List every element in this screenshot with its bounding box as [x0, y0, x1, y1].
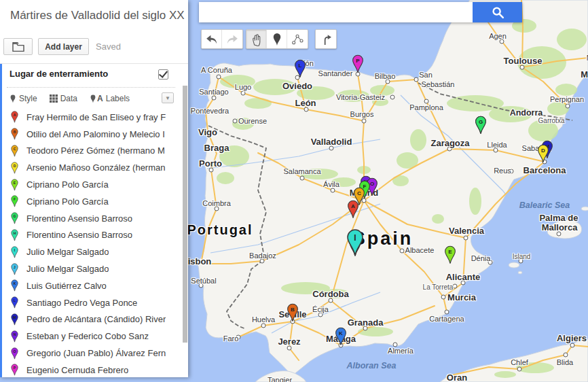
- svg-text:P: P: [14, 366, 16, 370]
- tab-style[interactable]: Style: [10, 94, 37, 103]
- my-maps-app: A CoruñaSantiagoLugoPontevedraOurenseVig…: [0, 0, 588, 382]
- placemark-name: Santiago Pedro Vega Ponce: [26, 298, 137, 308]
- sidebar-scrollbar[interactable]: [183, 86, 187, 343]
- tab-style-label: Style: [19, 94, 37, 103]
- svg-text:J: J: [14, 264, 16, 268]
- marker-icon: [271, 33, 283, 46]
- placemark-item-B[interactable]: BOtilio del Amo Palomino y Melecio I: [0, 126, 179, 143]
- placemark-name: Eugenio Cernuda Febrero: [26, 365, 128, 375]
- svg-text:A: A: [14, 113, 16, 117]
- draw-tools-group: [246, 29, 308, 49]
- placemark-name: Florentino Asensio Barroso: [26, 213, 132, 224]
- polyline-icon: [291, 33, 304, 46]
- map-search-bar: [199, 2, 522, 22]
- directions-group: [315, 29, 337, 49]
- layer-tabs: Style Data A Labels: [10, 92, 142, 105]
- directions-tool[interactable]: [316, 30, 336, 48]
- placemark-name: Florentino Asensio Barroso: [26, 230, 132, 240]
- placemark-item-M[interactable]: MPedro de Alcántara (Cándido) River: [0, 311, 179, 328]
- placemark-name: Luis Gutiérrez Calvo: [26, 281, 107, 291]
- placemark-item-L[interactable]: LSantiago Pedro Vega Ponce: [0, 294, 179, 311]
- layer-options-dropdown[interactable]: ▼: [162, 92, 174, 103]
- svg-text:B: B: [14, 130, 16, 134]
- tab-data-label: Data: [60, 94, 77, 103]
- data-grid-icon: [50, 94, 58, 103]
- placemark-item-G[interactable]: GFlorentino Asensio Barroso: [0, 210, 179, 227]
- open-folder-button[interactable]: [3, 38, 33, 55]
- placemark-pin-icon: A: [10, 111, 19, 123]
- placemark-list: AFray Hermilo de San Eliseo y fray FBOti…: [0, 109, 179, 377]
- placemark-item-E[interactable]: ECipriano Polo García: [0, 176, 179, 193]
- svg-text:E: E: [14, 180, 16, 184]
- placemark-name: Arsenio Mañoso González (herman: [26, 162, 166, 173]
- placemark-name: Esteban y Federico Cobo Sanz: [26, 331, 149, 341]
- placemark-name: Otilio del Amo Palomino y Melecio I: [26, 129, 165, 139]
- saved-status: Saved: [96, 41, 121, 52]
- sidebar-panel: Mártires de Valladolid del siglo XX Add …: [0, 0, 188, 377]
- placemark-pin-icon: B: [10, 128, 19, 140]
- add-marker-tool[interactable]: [267, 30, 287, 48]
- placemark-pin-icon: N: [10, 330, 19, 343]
- svg-text:M: M: [13, 315, 16, 319]
- svg-text:H: H: [14, 230, 16, 235]
- placemark-item-C[interactable]: CTeodoro Pérez Gómez (hermano M: [0, 143, 179, 160]
- map-search-input[interactable]: [199, 2, 473, 22]
- undo-redo-group: [201, 29, 243, 49]
- placemark-pin-icon: H: [10, 229, 19, 241]
- placemark-pin-icon: P: [10, 364, 19, 376]
- placemark-item-O[interactable]: OGregorio (Juan Pablo) Álvarez Fern: [0, 345, 179, 362]
- layer-name: Lugar de enterramiento: [10, 69, 108, 79]
- placemark-pin-icon: L: [10, 296, 19, 309]
- svg-text:L: L: [14, 298, 16, 302]
- redo-button[interactable]: [222, 30, 242, 48]
- placemark-item-H[interactable]: HFlorentino Asensio Barroso: [0, 227, 179, 244]
- placemark-pin-icon: K: [10, 279, 19, 292]
- placemark-pin-icon: M: [10, 313, 19, 326]
- pan-hand-tool[interactable]: [246, 30, 267, 48]
- placemark-item-K[interactable]: KLuis Gutiérrez Calvo: [0, 277, 179, 294]
- dotted-divider: [7, 87, 175, 88]
- placemark-item-P[interactable]: PEugenio Cernuda Febrero: [0, 362, 179, 377]
- placemark-pin-icon: I: [10, 246, 19, 258]
- undo-icon: [204, 32, 219, 47]
- svg-text:N: N: [14, 332, 16, 336]
- sidebar-actions: Add layer Saved: [3, 38, 121, 55]
- placemark-item-N[interactable]: NEsteban y Federico Cobo Sanz: [0, 328, 179, 345]
- tab-labels[interactable]: A Labels: [90, 94, 130, 103]
- add-layer-button[interactable]: Add layer: [38, 38, 89, 55]
- labels-pin-icon: [90, 94, 96, 103]
- layer-visibility-checkbox[interactable]: [158, 69, 168, 80]
- placemark-pin-icon: C: [10, 145, 19, 157]
- placemark-pin-icon: G: [10, 212, 19, 224]
- svg-text:F: F: [14, 197, 16, 201]
- placemark-item-D[interactable]: DArsenio Mañoso González (herman: [0, 159, 179, 176]
- placemark-pin-icon: F: [10, 195, 19, 207]
- folder-icon: [12, 41, 25, 52]
- divider: [0, 63, 188, 64]
- placemark-name: Teodoro Pérez Gómez (hermano M: [26, 145, 165, 156]
- directions-icon: [319, 33, 333, 46]
- map-search-button[interactable]: [473, 2, 522, 22]
- placemark-name: Fray Hermilo de San Eliseo y fray F: [26, 112, 166, 122]
- undo-button[interactable]: [202, 30, 222, 48]
- placemark-item-F[interactable]: FCipriano Polo García: [0, 193, 179, 210]
- svg-text:K: K: [14, 281, 16, 285]
- placemark-item-A[interactable]: AFray Hermilo de San Eliseo y fray F: [0, 109, 179, 126]
- svg-text:C: C: [14, 146, 16, 150]
- placemark-name: Julio Melgar Salgado: [26, 247, 109, 257]
- svg-text:G: G: [14, 214, 16, 218]
- placemark-name: Pedro de Alcántara (Cándido) River: [26, 314, 166, 324]
- search-icon: [490, 5, 505, 20]
- placemark-name: Gregorio (Juan Pablo) Álvarez Fern: [26, 348, 166, 358]
- hand-icon: [250, 33, 263, 46]
- placemark-name: Cipriano Polo García: [26, 196, 109, 207]
- placemark-pin-icon: D: [10, 162, 19, 174]
- tab-data[interactable]: Data: [50, 94, 77, 103]
- draw-line-tool[interactable]: [287, 30, 308, 48]
- svg-text:O: O: [14, 349, 16, 353]
- placemark-name: Cipriano Polo García: [26, 179, 109, 190]
- placemark-item-J[interactable]: JJulio Melgar Salgado: [0, 260, 179, 277]
- redo-icon: [225, 32, 240, 47]
- placemark-item-I[interactable]: IJulio Melgar Salgado: [0, 243, 179, 260]
- placemark-pin-icon: E: [10, 179, 19, 191]
